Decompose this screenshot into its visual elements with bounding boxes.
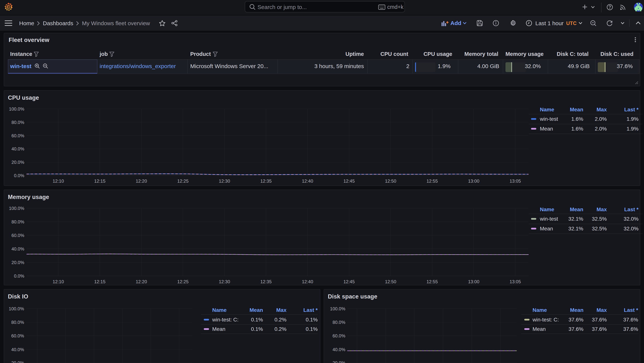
svg-text:20.0%: 20.0%: [332, 360, 345, 363]
svg-text:12:35: 12:35: [260, 178, 272, 184]
svg-text:12:40: 12:40: [302, 279, 313, 284]
svg-text:60.0%: 60.0%: [12, 133, 24, 138]
svg-text:13:00: 13:00: [468, 279, 479, 284]
svg-text:13:05: 13:05: [510, 279, 521, 284]
svg-text:0.0%: 0.0%: [14, 173, 24, 178]
svg-text:80.0%: 80.0%: [12, 219, 24, 224]
svg-text:100.0%: 100.0%: [9, 107, 24, 112]
svg-text:20.0%: 20.0%: [12, 260, 24, 265]
svg-text:20.0%: 20.0%: [11, 360, 24, 363]
svg-text:60.0%: 60.0%: [11, 333, 24, 338]
svg-text:12:30: 12:30: [219, 279, 230, 284]
svg-text:12:50: 12:50: [385, 279, 396, 284]
svg-text:40.0%: 40.0%: [332, 347, 345, 352]
svg-text:0.0%: 0.0%: [14, 273, 24, 278]
svg-text:12:40: 12:40: [302, 178, 313, 184]
svg-text:12:45: 12:45: [344, 279, 355, 284]
svg-text:12:25: 12:25: [177, 178, 188, 184]
svg-text:12:20: 12:20: [136, 178, 147, 184]
svg-text:12:35: 12:35: [260, 279, 272, 284]
svg-text:12:50: 12:50: [385, 178, 396, 184]
svg-text:12:15: 12:15: [94, 279, 106, 284]
svg-text:60.0%: 60.0%: [332, 333, 345, 338]
svg-text:12:55: 12:55: [426, 279, 438, 284]
svg-text:40.0%: 40.0%: [12, 246, 24, 251]
svg-text:40.0%: 40.0%: [12, 146, 24, 151]
svg-text:13:05: 13:05: [510, 178, 521, 184]
svg-text:40.0%: 40.0%: [11, 347, 24, 352]
svg-text:60.0%: 60.0%: [12, 233, 24, 238]
svg-text:80.0%: 80.0%: [12, 120, 24, 125]
svg-text:12:30: 12:30: [219, 178, 230, 184]
svg-text:100.0%: 100.0%: [9, 306, 24, 311]
svg-text:100.0%: 100.0%: [9, 206, 24, 211]
svg-text:80.0%: 80.0%: [332, 320, 345, 325]
svg-text:12:15: 12:15: [94, 178, 106, 184]
svg-text:13:00: 13:00: [468, 178, 479, 184]
svg-text:20.0%: 20.0%: [12, 160, 24, 165]
svg-text:12:10: 12:10: [53, 279, 64, 284]
svg-text:12:25: 12:25: [177, 279, 188, 284]
svg-text:12:20: 12:20: [136, 279, 147, 284]
svg-text:80.0%: 80.0%: [11, 320, 24, 325]
svg-text:100.0%: 100.0%: [330, 306, 345, 311]
svg-text:12:55: 12:55: [426, 178, 438, 184]
svg-text:12:45: 12:45: [344, 178, 355, 184]
svg-text:12:10: 12:10: [53, 178, 64, 184]
